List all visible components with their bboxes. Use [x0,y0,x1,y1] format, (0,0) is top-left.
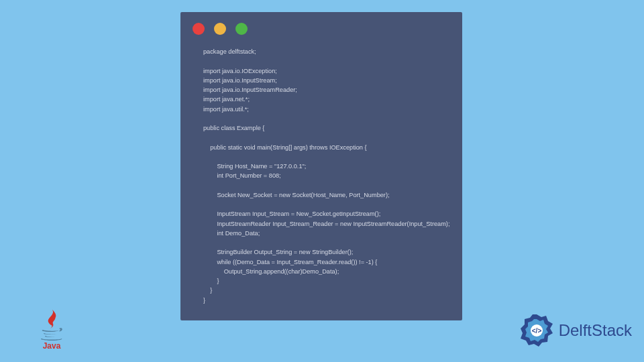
code-block: package delftstack; import java.io.IOExc… [180,40,462,305]
java-logo: Java [36,308,67,350]
traffic-lights [180,12,462,40]
minimize-icon [214,23,226,35]
close-icon [193,23,205,35]
code-window: package delftstack; import java.io.IOExc… [180,12,462,320]
maximize-icon [235,23,248,35]
delftstack-icon: </> [519,312,555,349]
java-label: Java [43,341,61,350]
delftstack-logo: </> DelftStack [519,312,632,349]
svg-text:</>: </> [531,327,541,335]
delftstack-label: DelftStack [559,321,632,340]
